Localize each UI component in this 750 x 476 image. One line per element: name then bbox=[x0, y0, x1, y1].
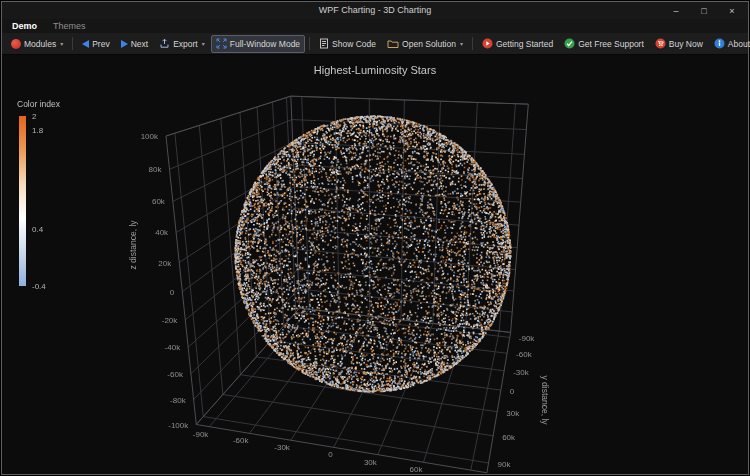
full-window-icon bbox=[216, 38, 227, 49]
prev-arrow-icon bbox=[82, 40, 89, 48]
next-button[interactable]: Next bbox=[116, 35, 153, 53]
close-button[interactable]: × bbox=[718, 2, 746, 19]
legend-tick-label: -0.4 bbox=[32, 282, 46, 291]
modules-icon bbox=[11, 39, 21, 49]
legend-title: Color index bbox=[17, 99, 60, 109]
get-free-support-label: Get Free Support bbox=[578, 39, 644, 49]
show-code-icon bbox=[319, 38, 329, 49]
caret-down-icon: ▾ bbox=[460, 40, 463, 47]
open-solution-button[interactable]: Open Solution ▾ bbox=[382, 35, 468, 53]
legend-ticks: 21.80.4-0.4 bbox=[32, 116, 62, 286]
get-free-support-button[interactable]: Get Free Support bbox=[559, 35, 649, 53]
buy-now-icon bbox=[655, 38, 666, 49]
legend-tick-label: 2 bbox=[32, 112, 36, 121]
toolbar-separator bbox=[72, 37, 73, 50]
getting-started-label: Getting Started bbox=[496, 39, 553, 49]
window-controls: – □ × bbox=[662, 2, 746, 19]
prev-label: Prev bbox=[92, 39, 109, 49]
toolbar-separator bbox=[309, 37, 310, 50]
titlebar[interactable]: WPF Charting - 3D Charting – □ × bbox=[2, 2, 748, 19]
next-arrow-icon bbox=[121, 40, 128, 48]
open-solution-icon bbox=[387, 39, 399, 49]
toolbar: Modules ▾ Prev Next Export ▾ bbox=[2, 33, 748, 55]
minimize-button[interactable]: – bbox=[662, 2, 690, 19]
prev-button[interactable]: Prev bbox=[77, 35, 114, 53]
app-window: WPF Charting - 3D Charting – □ × Demo Th… bbox=[0, 0, 750, 476]
tab-themes[interactable]: Themes bbox=[53, 21, 86, 31]
getting-started-button[interactable]: Getting Started bbox=[477, 35, 558, 53]
about-button[interactable]: About bbox=[709, 35, 750, 53]
toolbar-separator bbox=[472, 37, 473, 50]
menu-tabs: Demo Themes bbox=[12, 19, 86, 33]
window-frame: WPF Charting - 3D Charting – □ × Demo Th… bbox=[1, 1, 749, 475]
caret-down-icon: ▾ bbox=[60, 40, 63, 47]
legend-body: 21.80.4-0.4 bbox=[17, 116, 60, 286]
show-code-button[interactable]: Show Code bbox=[314, 35, 381, 53]
export-label: Export bbox=[173, 39, 198, 49]
caret-down-icon: ▾ bbox=[202, 40, 205, 47]
color-legend: Color index 21.80.4-0.4 bbox=[17, 99, 60, 286]
export-button[interactable]: Export ▾ bbox=[154, 35, 210, 53]
chart-panel: Highest-Luminosity Stars Color index 21.… bbox=[2, 55, 748, 474]
full-window-mode-label: Full-Window Mode bbox=[230, 39, 300, 49]
legend-tick-label: 1.8 bbox=[32, 126, 43, 135]
window-title: WPF Charting - 3D Charting bbox=[2, 2, 748, 19]
getting-started-icon bbox=[482, 38, 493, 49]
about-label: About bbox=[728, 39, 750, 49]
scatter3d-canvas[interactable] bbox=[2, 55, 748, 474]
about-icon bbox=[714, 38, 725, 49]
buy-now-button[interactable]: Buy Now bbox=[650, 35, 708, 53]
export-icon bbox=[159, 38, 170, 49]
full-window-mode-button[interactable]: Full-Window Mode bbox=[211, 35, 305, 53]
get-free-support-icon bbox=[564, 38, 575, 49]
maximize-button[interactable]: □ bbox=[690, 2, 718, 19]
tab-demo[interactable]: Demo bbox=[12, 21, 37, 31]
modules-button[interactable]: Modules ▾ bbox=[6, 35, 68, 53]
chart-title: Highest-Luminosity Stars bbox=[2, 64, 748, 76]
legend-gradient-bar bbox=[19, 116, 26, 286]
modules-label: Modules bbox=[24, 39, 56, 49]
legend-tick-label: 0.4 bbox=[32, 225, 43, 234]
open-solution-label: Open Solution bbox=[402, 39, 456, 49]
show-code-label: Show Code bbox=[332, 39, 376, 49]
buy-now-label: Buy Now bbox=[669, 39, 703, 49]
next-label: Next bbox=[131, 39, 148, 49]
